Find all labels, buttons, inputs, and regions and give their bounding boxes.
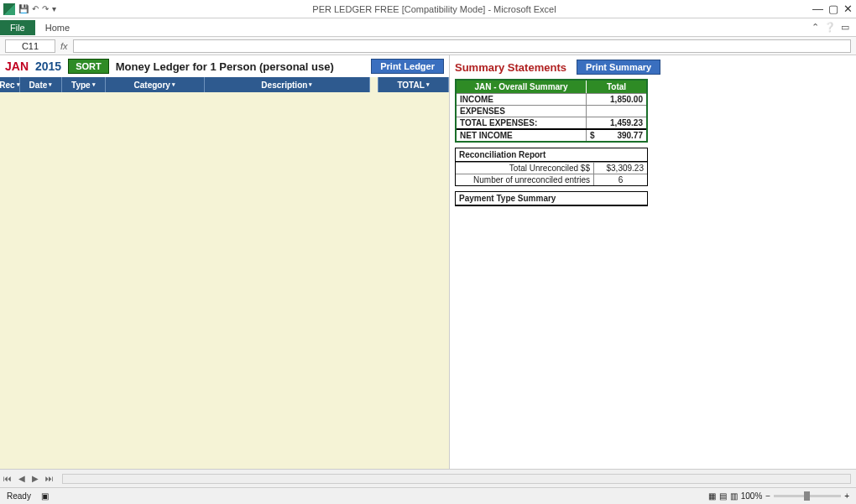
window-title: PER LEDGER FREE [Compatibility Mode] - M… bbox=[56, 4, 812, 14]
print-ledger-button[interactable]: Print Ledger bbox=[371, 59, 444, 74]
summary-head-left: JAN - Overall Summary bbox=[457, 81, 586, 93]
col-type[interactable]: Type▾ bbox=[62, 77, 106, 92]
tab-nav-next-icon[interactable]: ▶ bbox=[29, 474, 42, 483]
formula-bar-row: C11 fx bbox=[0, 37, 856, 55]
redo-icon[interactable]: ↷ bbox=[42, 4, 49, 13]
payment-type-box: Payment Type Summary bbox=[455, 191, 648, 206]
excel-icon bbox=[3, 3, 15, 15]
fx-icon[interactable]: fx bbox=[60, 41, 68, 51]
ribbon: File Home ⌃ ❔ ▭ bbox=[0, 18, 856, 37]
expenses-label: EXPENSES bbox=[457, 106, 586, 117]
col-spacer bbox=[370, 77, 378, 92]
name-box[interactable]: C11 bbox=[5, 39, 55, 53]
view-break-icon[interactable]: ▥ bbox=[730, 491, 738, 501]
summary-table: JAN - Overall Summary Total INCOME1,850.… bbox=[455, 79, 648, 143]
tab-nav-prev-icon[interactable]: ◀ bbox=[15, 474, 29, 483]
summary-title: Summary Statements bbox=[455, 61, 566, 74]
total-expenses-value: 1,459.23 bbox=[586, 117, 646, 128]
ribbon-tab-home[interactable]: Home bbox=[35, 20, 80, 35]
recon-title: Reconciliation Report bbox=[456, 148, 647, 162]
net-income-value: $390.77 bbox=[586, 130, 646, 141]
sort-button[interactable]: SORT bbox=[68, 59, 109, 74]
tab-nav-first-icon[interactable]: ⏮ bbox=[0, 474, 15, 483]
col-total[interactable]: TOTAL▾ bbox=[378, 77, 449, 92]
minimize-icon[interactable]: — bbox=[812, 3, 823, 15]
save-icon[interactable]: 💾 bbox=[18, 4, 29, 13]
reconciliation-box: Reconciliation Report Total Unreconciled… bbox=[455, 148, 648, 186]
net-income-label: NET INCOME bbox=[457, 130, 586, 141]
paytype-title: Payment Type Summary bbox=[456, 192, 647, 205]
year-label: 2015 bbox=[35, 60, 61, 73]
quick-access-toolbar[interactable]: 💾 ↶ ↷ ▾ bbox=[18, 4, 56, 13]
zoom-slider[interactable] bbox=[774, 495, 841, 497]
zoom-value[interactable]: 100% bbox=[741, 491, 763, 501]
title-bar: 💾 ↶ ↷ ▾ PER LEDGER FREE [Compatibility M… bbox=[0, 0, 856, 18]
column-chart bbox=[665, 429, 849, 469]
restore-icon[interactable]: ▢ bbox=[828, 3, 838, 15]
ribbon-min-icon[interactable]: ⌃ bbox=[812, 22, 819, 33]
print-summary-button[interactable]: Print Summary bbox=[577, 60, 660, 75]
tab-nav-last-icon[interactable]: ⏭ bbox=[42, 474, 57, 483]
view-layout-icon[interactable]: ▤ bbox=[719, 491, 727, 501]
formula-bar[interactable] bbox=[73, 39, 851, 53]
zoom-out-icon[interactable]: − bbox=[765, 491, 770, 501]
horizontal-bar-chart bbox=[658, 136, 853, 404]
col-date[interactable]: Date▾ bbox=[20, 77, 62, 92]
file-tab[interactable]: File bbox=[0, 20, 35, 35]
macro-record-icon[interactable]: ▣ bbox=[41, 491, 49, 501]
summary-head-right: Total bbox=[586, 81, 646, 93]
undo-icon[interactable]: ↶ bbox=[32, 4, 39, 13]
status-ready: Ready bbox=[7, 491, 31, 501]
horizontal-scrollbar[interactable] bbox=[62, 474, 851, 484]
month-label: JAN bbox=[5, 60, 29, 73]
col-rec[interactable]: Rec▾ bbox=[0, 77, 20, 92]
ledger-body[interactable] bbox=[0, 92, 449, 469]
income-value: 1,850.00 bbox=[586, 94, 646, 105]
help-icon[interactable]: ❔ bbox=[824, 22, 836, 33]
col-description[interactable]: Description▾ bbox=[205, 77, 371, 92]
view-normal-icon[interactable]: ▦ bbox=[708, 491, 716, 501]
sheet-tabs: ⏮ ◀ ▶ ⏭ bbox=[0, 469, 856, 487]
ledger-header-row: Rec▾ Date▾ Type▾ Category▾ Description▾ … bbox=[0, 77, 449, 92]
zoom-in-icon[interactable]: + bbox=[844, 491, 849, 501]
ledger-title: Money Ledger for 1 Person (personal use) bbox=[116, 60, 334, 73]
income-label: INCOME bbox=[457, 94, 586, 105]
window-options-icon[interactable]: ▭ bbox=[841, 22, 849, 33]
status-bar: Ready ▣ ▦ ▤ ▥ 100% − + bbox=[0, 487, 856, 504]
total-expenses-label: TOTAL EXPENSES: bbox=[457, 117, 586, 128]
close-icon[interactable]: ✕ bbox=[843, 3, 853, 15]
col-category[interactable]: Category▾ bbox=[106, 77, 205, 92]
